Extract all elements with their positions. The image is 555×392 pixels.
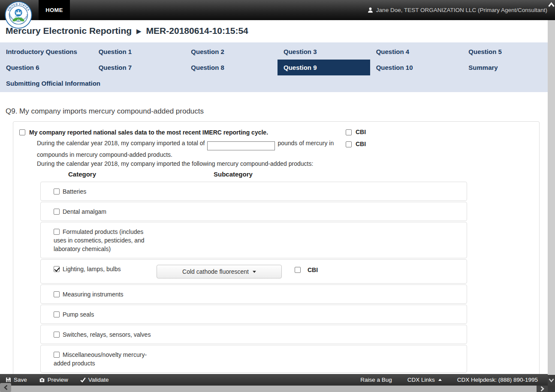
total-cbi-group: CBI	[346, 141, 366, 147]
cdx-helpdesk: CDX Helpdesk: (888) 890-1995	[457, 377, 538, 383]
save-button[interactable]: Save	[6, 377, 27, 383]
table-row: Pump seals	[40, 305, 467, 324]
question-nav: Introductory Questions Question 1 Questi…	[0, 42, 555, 92]
category-label: Lighting, lamps, bulbs	[63, 266, 121, 272]
scroll-left-button[interactable]	[0, 383, 11, 392]
scroll-right-icon	[540, 386, 544, 392]
table-row: Formulated products (includes uses in co…	[40, 222, 467, 258]
sales-data-row: My company reported national sales data …	[19, 129, 268, 136]
table-row: Switches, relays, sensors, valves	[40, 325, 467, 344]
cdx-helpdesk-label: CDX Helpdesk: (888) 890-1995	[457, 377, 538, 383]
validate-check-icon	[80, 377, 86, 383]
user-menu[interactable]: Jane Doe, TEST ORGANIZATION LLC (Primary…	[367, 0, 547, 20]
total-pounds-input[interactable]	[207, 141, 275, 150]
table-row: Lighting, lamps, bulbs Cold cathode fluo…	[40, 259, 467, 284]
scroll-down-button[interactable]	[548, 375, 555, 386]
footer-toolbar: Save Preview Validate Raise a Bug CDX Li…	[0, 374, 555, 386]
row-cbi-checkbox[interactable]	[295, 267, 301, 273]
category-checkbox-measuring-instruments[interactable]	[54, 291, 60, 297]
row-cbi-label: CBI	[308, 266, 318, 274]
products-intro: During the calendar year 2018, my compan…	[37, 160, 313, 167]
tab-question-1[interactable]: Question 1	[93, 44, 185, 60]
save-icon	[6, 377, 11, 383]
chevron-up-icon	[438, 379, 442, 381]
tab-question-7[interactable]: Question 7	[93, 60, 185, 75]
category-checkbox-pump-seals[interactable]	[54, 311, 60, 317]
tab-question-8[interactable]: Question 8	[185, 60, 278, 75]
user-name-label: Jane Doe, TEST ORGANIZATION LLC (Primary…	[376, 7, 547, 13]
epa-logo-icon: UNITED STATES ENVIRONMENTAL PROTECTION A…	[5, 1, 32, 29]
report-id: MER-20180614-10:15:54	[146, 26, 248, 36]
horizontal-scrollbar[interactable]	[0, 386, 548, 392]
page-title: Mercury Electronic Reporting ▶ MER-20180…	[0, 20, 555, 36]
tab-submitting-official-information[interactable]: Submitting Official Information	[0, 75, 185, 91]
footer-links: Raise a Bug CDX Links CDX Helpdesk: (888…	[360, 377, 538, 383]
save-label: Save	[14, 377, 27, 383]
category-checkbox-lighting-lamps-bulbs[interactable]	[54, 266, 60, 272]
category-checkbox-switches-relays[interactable]	[54, 332, 60, 338]
category-label: Dental amalgam	[63, 208, 106, 215]
raise-a-bug-link[interactable]: Raise a Bug	[360, 377, 392, 383]
cdx-links-menu[interactable]: CDX Links	[407, 377, 442, 383]
table-row: Dental amalgam	[40, 202, 467, 221]
category-checkbox-miscellaneous[interactable]	[54, 352, 60, 358]
scrollbar-corner	[548, 386, 555, 392]
category-checkbox-dental-amalgam[interactable]	[54, 209, 60, 215]
scroll-down-icon	[549, 378, 554, 383]
raise-a-bug-label: Raise a Bug	[360, 377, 392, 383]
category-label: Switches, relays, sensors, valves	[63, 331, 151, 338]
sales-data-label: My company reported national sales data …	[29, 129, 268, 136]
question-panel: My company reported national sales data …	[13, 121, 540, 392]
tab-question-3[interactable]: Question 3	[278, 44, 370, 60]
question-text-block: During the calendar year 2018, my compan…	[37, 139, 347, 168]
chevron-down-icon	[253, 271, 256, 273]
category-checkbox-formulated-products[interactable]	[54, 229, 60, 235]
preview-icon	[39, 377, 45, 383]
scroll-left-icon	[4, 385, 8, 390]
validate-button[interactable]: Validate	[80, 377, 109, 383]
validate-label: Validate	[88, 377, 109, 383]
category-label: Measuring instruments	[63, 291, 124, 298]
sales-cbi-checkbox[interactable]	[346, 129, 352, 135]
sales-cbi-label: CBI	[356, 129, 366, 135]
tab-introductory-questions[interactable]: Introductory Questions	[0, 44, 93, 60]
tab-question-4[interactable]: Question 4	[370, 44, 463, 60]
category-label: Formulated products (includes uses in co…	[54, 228, 145, 252]
category-label: Pump seals	[63, 311, 94, 318]
title-separator-icon: ▶	[136, 27, 142, 35]
total-cbi-label: CBI	[356, 141, 366, 147]
preview-button[interactable]: Preview	[39, 377, 68, 383]
row-cbi-group: CBI	[295, 266, 318, 274]
tab-question-10[interactable]: Question 10	[370, 60, 463, 75]
category-header: Category	[68, 171, 96, 178]
tab-question-5[interactable]: Question 5	[462, 44, 555, 60]
cdx-links-label: CDX Links	[407, 377, 435, 383]
scroll-right-button[interactable]	[537, 386, 548, 392]
tab-question-6[interactable]: Question 6	[0, 60, 93, 75]
sales-cbi-group: CBI	[346, 129, 366, 135]
category-rows: Batteries Dental amalgam Formulated prod…	[40, 182, 467, 374]
category-label: Miscellaneous/novelty mercury-added prod…	[54, 351, 147, 367]
category-checkbox-batteries[interactable]	[54, 189, 60, 195]
table-row: Measuring instruments	[40, 284, 467, 304]
title-bar: Mercury Electronic Reporting ▶ MER-20180…	[0, 20, 555, 42]
table-row: Batteries	[40, 182, 467, 201]
total-sentence-continuation: compounds in mercury compound-added prod…	[37, 151, 172, 158]
home-tab[interactable]: HOME	[39, 0, 70, 20]
tab-question-2[interactable]: Question 2	[185, 44, 278, 60]
total-sentence-suffix: pounds of mercury in	[278, 140, 334, 147]
subcategory-header: Subcategory	[214, 171, 253, 178]
user-icon	[367, 7, 374, 13]
subcategory-selected-label: Cold cathode fluorescent	[182, 268, 249, 275]
tab-question-9[interactable]: Question 9	[278, 60, 370, 75]
preview-label: Preview	[48, 377, 68, 383]
question-heading: Q9. My company imports mercury compound-…	[6, 107, 204, 116]
subcategory-dropdown[interactable]: Cold cathode fluorescent	[157, 265, 282, 278]
tab-summary[interactable]: Summary	[462, 60, 555, 75]
table-headers: Category Subcategory	[13, 171, 539, 179]
total-sentence-prefix: During the calendar year 2018, my compan…	[37, 140, 205, 147]
table-row: Miscellaneous/novelty mercury-added prod…	[40, 345, 467, 373]
sales-data-checkbox[interactable]	[19, 129, 25, 135]
vertical-scrollbar[interactable]	[548, 20, 555, 375]
scroll-up-icon[interactable]	[548, 2, 555, 8]
